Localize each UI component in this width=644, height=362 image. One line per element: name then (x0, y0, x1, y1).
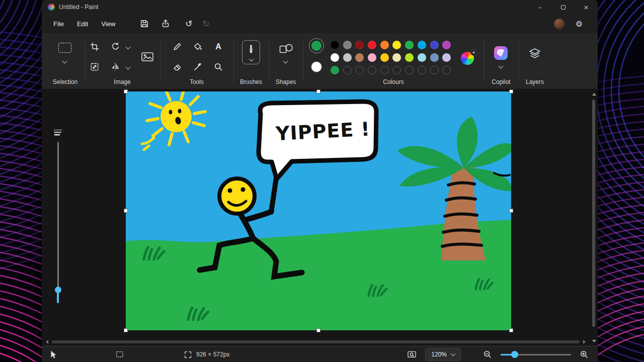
colour-swatch[interactable] (331, 41, 339, 49)
colour-swatch[interactable] (331, 53, 339, 62)
undo-icon: ↺ (185, 19, 192, 29)
user-avatar[interactable] (554, 19, 565, 29)
settings-button[interactable]: ⚙ (571, 16, 588, 31)
undo-button[interactable]: ↺ (180, 16, 197, 31)
menu-edit[interactable]: Edit (70, 17, 95, 31)
colour-swatch-empty[interactable] (343, 66, 352, 74)
colour-swatch-empty[interactable] (418, 66, 426, 74)
vertical-scrollbar[interactable] (591, 92, 597, 344)
colour-swatch-empty[interactable] (442, 66, 451, 74)
horizontal-scrollbar[interactable] (45, 339, 587, 345)
menu-view[interactable]: View (95, 17, 122, 31)
foreground-colour[interactable] (309, 38, 324, 53)
selection-tool-button[interactable] (56, 40, 73, 55)
window-controls: – × (528, 0, 598, 14)
zoom-slider[interactable] (501, 349, 571, 359)
canvas-handle-top-left[interactable] (124, 89, 128, 94)
flip-button[interactable] (108, 59, 123, 74)
colour-swatch[interactable] (343, 53, 352, 62)
canvas-handle-right-middle[interactable] (509, 209, 513, 213)
brushes-button[interactable] (242, 40, 260, 64)
group-colours: + Colours (303, 33, 484, 89)
colour-swatch-empty[interactable] (405, 66, 414, 74)
background-colour[interactable] (311, 61, 322, 72)
copilot-chevron-icon[interactable] (499, 64, 504, 69)
colour-swatch[interactable] (355, 41, 364, 49)
resize-button[interactable] (87, 59, 102, 74)
image-options-button[interactable] (138, 47, 157, 66)
colour-swatch-empty[interactable] (392, 66, 401, 74)
zoom-value: 120% (431, 351, 447, 358)
menu-file[interactable]: File (47, 17, 70, 31)
flip-chevron-icon[interactable] (126, 65, 131, 70)
shapes-chevron-icon[interactable] (283, 59, 288, 64)
canvas-handle-top-middle[interactable] (316, 89, 320, 94)
colour-swatch[interactable] (380, 53, 389, 62)
share-button[interactable] (157, 16, 174, 31)
colour-swatch[interactable] (405, 41, 414, 49)
colour-swatch[interactable] (368, 41, 376, 49)
fit-to-window-button[interactable] (405, 347, 419, 362)
zoom-dropdown[interactable]: 120% (425, 348, 461, 361)
colour-swatch-empty[interactable] (380, 66, 389, 74)
magnifier-tool-button[interactable] (211, 59, 226, 74)
copilot-button[interactable] (494, 46, 508, 60)
group-shapes: Shapes (269, 33, 303, 89)
canvas-handle-left-middle[interactable] (124, 209, 128, 213)
horizontal-scrollbar-thumb[interactable] (52, 340, 580, 343)
zoom-in-button[interactable] (578, 347, 591, 362)
colour-swatch[interactable] (418, 41, 426, 49)
rotate-icon (111, 42, 120, 51)
canvas-handle-top-right[interactable] (509, 89, 513, 94)
colour-swatch[interactable] (355, 53, 364, 62)
colour-swatch[interactable] (430, 41, 439, 49)
scroll-right-icon[interactable] (583, 340, 586, 344)
colour-swatch[interactable] (380, 41, 389, 49)
zoom-out-button[interactable] (481, 347, 494, 362)
save-button[interactable] (136, 16, 153, 31)
colour-swatch[interactable] (430, 53, 439, 62)
colour-swatch[interactable] (368, 53, 376, 62)
colour-swatch-empty[interactable] (355, 66, 364, 74)
shapes-button[interactable] (277, 41, 295, 55)
colour-swatch[interactable] (392, 53, 401, 62)
selection-chevron-icon[interactable] (62, 59, 67, 64)
drawing-canvas[interactable]: YIPPEE ! (126, 92, 511, 330)
colour-picker-tool-button[interactable] (190, 59, 205, 74)
colour-swatch[interactable] (418, 53, 426, 62)
minimize-button[interactable]: – (528, 0, 551, 14)
zoom-slider-thumb[interactable] (511, 351, 518, 358)
maximize-button[interactable] (551, 0, 575, 14)
colour-swatch-empty[interactable] (368, 66, 376, 74)
scroll-down-icon[interactable] (592, 340, 596, 342)
colour-swatch[interactable] (331, 66, 339, 74)
layers-button[interactable] (527, 46, 542, 61)
colour-swatch[interactable] (442, 53, 451, 62)
colour-swatch[interactable] (392, 41, 401, 49)
fill-tool-button[interactable] (190, 39, 205, 54)
eraser-tool-button[interactable] (170, 59, 185, 74)
brush-size-slider[interactable] (51, 129, 65, 311)
rotate-button[interactable] (108, 39, 123, 54)
canvas-handle-bottom-right[interactable] (509, 328, 513, 332)
colour-swatch[interactable] (405, 53, 414, 62)
colour-swatch-empty[interactable] (430, 66, 439, 74)
vertical-scrollbar-thumb[interactable] (592, 100, 595, 327)
scroll-left-icon[interactable] (46, 340, 48, 344)
plus-icon: + (472, 50, 475, 55)
close-button[interactable]: × (575, 0, 598, 14)
pencil-tool-button[interactable] (170, 39, 185, 54)
colour-swatch[interactable] (442, 41, 451, 49)
canvas-handle-bottom-left[interactable] (124, 328, 128, 332)
redo-button[interactable]: ↻ (197, 16, 214, 31)
canvas-handle-bottom-middle[interactable] (316, 328, 320, 332)
group-copilot: Copilot (484, 33, 518, 89)
rotate-chevron-icon[interactable] (126, 45, 131, 50)
colour-wheel-button[interactable]: + (461, 52, 474, 65)
slider-thumb[interactable] (55, 287, 61, 293)
slider-track[interactable] (57, 142, 59, 303)
scroll-up-icon[interactable] (592, 93, 596, 96)
colour-swatch[interactable] (343, 41, 352, 49)
crop-button[interactable] (87, 39, 102, 54)
text-tool-button[interactable]: A (211, 39, 226, 54)
